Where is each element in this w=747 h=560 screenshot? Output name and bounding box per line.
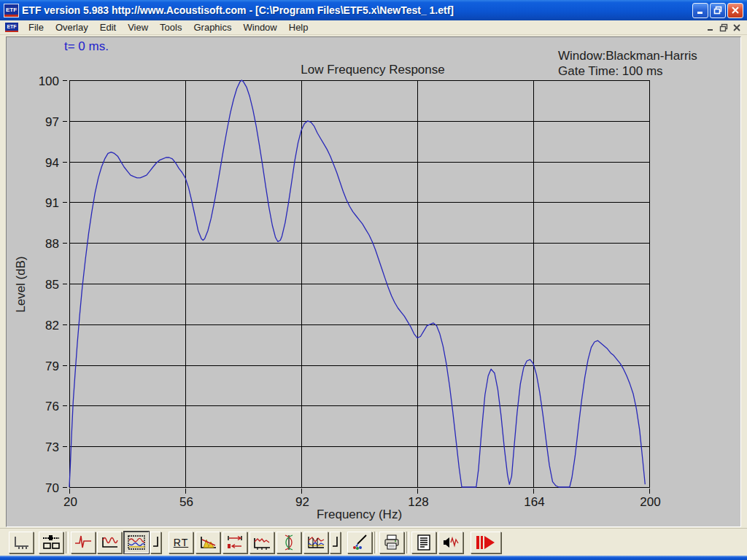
time-cursor-label: t= 0 ms. [64, 39, 109, 54]
app-icon[interactable]: ETF [4, 4, 19, 18]
jagged-line-icon [252, 534, 271, 551]
window-controls [692, 3, 743, 18]
mdi-app-icon[interactable]: ETF [5, 23, 18, 32]
toolbar-button-frequency-response[interactable] [124, 532, 149, 553]
menu-item-graphics[interactable]: Graphics [187, 21, 237, 34]
toolbar-button-reverb-time[interactable]: RT [169, 532, 193, 553]
title-bar: ETF ETF version 5.983 http://www.Acousti… [0, 0, 747, 20]
toolbar-button-periodic-response[interactable] [97, 532, 122, 553]
printer-icon [382, 534, 401, 551]
menu-items: FileOverlayEditViewToolsGraphicsWindowHe… [23, 21, 314, 34]
menu-bar: ETF FileOverlayEditViewToolsGraphicsWind… [0, 20, 747, 35]
toolbar-button-phase-response[interactable] [276, 532, 301, 553]
toolbar-button-play-signal[interactable] [438, 532, 463, 553]
toolbar-button-impulse-response[interactable] [71, 532, 96, 553]
spectrum-chart-icon [127, 534, 146, 551]
mdi-restore-button[interactable] [719, 23, 728, 32]
toolbar-button-print[interactable] [379, 532, 404, 553]
corner-mark-icon [331, 534, 340, 551]
toolbar-button-display-layout[interactable] [39, 532, 63, 553]
slider-panes-icon [42, 534, 61, 551]
toolbar-button-waterfall[interactable] [196, 532, 220, 553]
mdi-window-controls [706, 23, 741, 32]
impulse-icon [74, 534, 93, 551]
toolbar-button-marker-left[interactable] [150, 532, 161, 553]
toolbar-separator [406, 532, 409, 553]
window-function-label: Window:Blackman-Harris [558, 48, 697, 63]
restore-icon [719, 23, 728, 32]
chart-panel [6, 36, 741, 527]
waterfall-icon [198, 534, 217, 551]
window-title: ETF version 5.983 http://www.Acoustisoft… [22, 4, 692, 16]
corner-mark-icon [152, 534, 160, 551]
restore-icon [713, 6, 722, 15]
toolbar-button-gating[interactable] [222, 532, 247, 553]
y-axis-label: Level (dB) [14, 241, 28, 328]
menu-item-tools[interactable]: Tools [154, 21, 187, 34]
toolbar-separator [66, 532, 69, 553]
toolbar-button-start-measurement[interactable] [471, 532, 501, 553]
paintbrush-icon [350, 534, 369, 551]
menu-item-window[interactable]: Window [238, 21, 283, 34]
x-axis-label: Frequency (Hz) [69, 508, 649, 522]
menu-item-overlay[interactable]: Overlay [50, 21, 94, 34]
close-button[interactable] [727, 3, 743, 18]
window-bottom-border [0, 556, 747, 560]
toolbar-button-step-response[interactable] [249, 532, 274, 553]
toolbar-button-color-settings[interactable] [347, 532, 372, 553]
bottom-toolbar: RT [0, 528, 747, 556]
close-icon [731, 6, 740, 15]
gate-arrows-icon [225, 534, 244, 551]
menu-item-edit[interactable]: Edit [94, 21, 122, 34]
mdi-minimize-button[interactable] [706, 23, 715, 32]
toolbar-button-marker-right[interactable] [330, 532, 341, 553]
document-icon [414, 534, 433, 551]
menu-item-help[interactable]: Help [283, 21, 314, 34]
menu-item-file[interactable]: File [23, 21, 50, 34]
axes-icon [12, 534, 31, 551]
mdi-close-button[interactable] [732, 23, 741, 32]
menu-item-view[interactable]: View [122, 21, 154, 34]
minimize-button[interactable] [692, 3, 708, 18]
toolbar-button-overlay-response[interactable] [303, 532, 328, 553]
play-arrow-icon [473, 534, 498, 551]
toolbar-button-measurement-notes[interactable] [411, 532, 436, 553]
sine-ripple-icon [100, 534, 119, 551]
overlay-chart-icon [306, 534, 325, 551]
restore-button[interactable] [710, 3, 726, 18]
minimize-icon [706, 23, 715, 32]
toolbar-separator [374, 532, 377, 553]
phase-waves-icon [279, 534, 298, 551]
speaker-wave-icon [441, 534, 460, 551]
chart-title: Low Frequency Response [81, 63, 665, 77]
close-icon [732, 23, 741, 32]
toolbar-button-graph-setup[interactable] [9, 532, 34, 553]
minimize-icon [696, 6, 705, 15]
